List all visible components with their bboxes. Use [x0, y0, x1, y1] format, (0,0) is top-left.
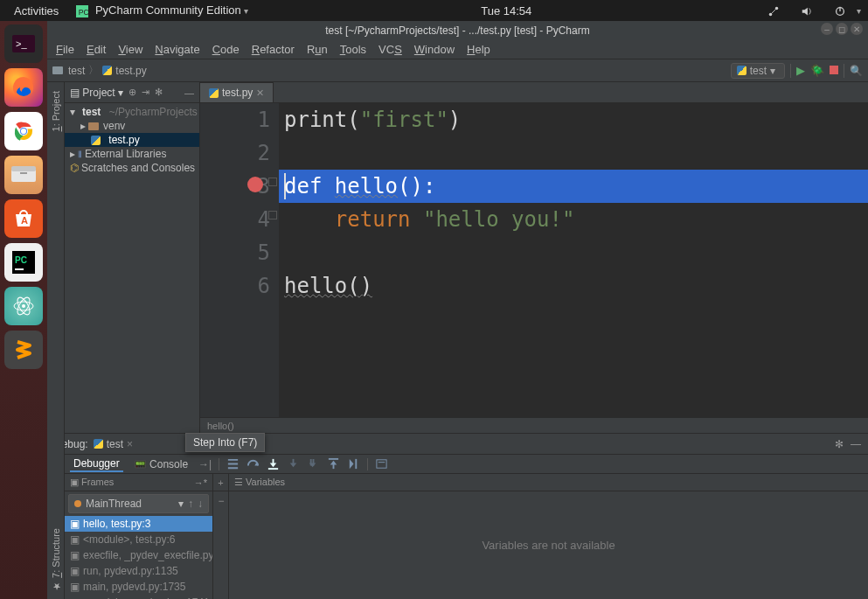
show-execution-point-icon[interactable] [226, 457, 240, 470]
breadcrumb-file[interactable]: test.py [115, 65, 146, 77]
svg-text:A: A [21, 215, 28, 226]
frame-row[interactable]: ▣ hello, test.py:3 [65, 516, 212, 532]
svg-text:PC: PC [15, 255, 27, 265]
tree-venv[interactable]: ▸ venv [65, 119, 199, 133]
breakpoint-icon[interactable] [247, 177, 263, 192]
menu-navigate[interactable]: Navigate [149, 41, 205, 58]
project-tool-window: ▤ Project ▾ ⊕ ⇥ ✻ — ▾ test ~/PycharmProj… [65, 82, 200, 433]
variables-empty-text: Variables are not available [229, 491, 868, 599]
tree-external-libraries[interactable]: ▸ ⫴ External Libraries [65, 147, 199, 161]
launcher-firefox[interactable] [4, 68, 43, 107]
search-everywhere-icon[interactable]: 🔍 [850, 65, 863, 77]
debug-session-name[interactable]: test [107, 438, 123, 450]
folder-icon [52, 66, 63, 74]
close-tab-icon[interactable]: ✕ [256, 87, 264, 99]
project-view-dropdown[interactable]: ▤ Project ▾ [70, 87, 123, 99]
run-config-dropdown[interactable]: test ▾ [731, 63, 785, 79]
hide-icon[interactable]: — [184, 87, 194, 98]
window-minimize-button[interactable]: – [821, 23, 833, 35]
menu-help[interactable]: Help [462, 41, 496, 58]
launcher-chrome[interactable] [4, 112, 43, 150]
menu-run[interactable]: Run [302, 41, 333, 58]
svg-text:>_: >_ [16, 38, 27, 49]
menu-view[interactable]: View [113, 41, 148, 58]
run-to-cursor-icon[interactable] [347, 457, 360, 470]
menu-refactor[interactable]: Refactor [247, 41, 300, 58]
app-menu[interactable]: PC PyCharm Community Edition ▾ [66, 3, 255, 17]
python-file-icon [102, 66, 112, 75]
editor-breadcrumbs[interactable]: hello() [200, 417, 868, 433]
frame-row[interactable]: ▣ execfile, _pydev_execfile.py:18 [65, 547, 212, 563]
frame-row[interactable]: ▣ <module>, test.py:6 [65, 532, 212, 547]
launcher-sublime[interactable] [4, 331, 43, 369]
add-watch-button[interactable]: + [213, 477, 228, 488]
window-title: test [~/PycharmProjects/test] - .../test… [325, 24, 589, 37]
editor-gutter[interactable]: 1 2 3 4 5 6 [200, 103, 279, 417]
launcher-terminal[interactable]: >_ [4, 24, 43, 63]
launcher-atom[interactable] [4, 287, 43, 325]
structure-tool-button[interactable]: ★ 7: Structure [50, 528, 61, 592]
step-into-icon[interactable] [267, 457, 280, 470]
menu-code[interactable]: Code [207, 41, 245, 58]
frames-list[interactable]: ▣ hello, test.py:3 ▣ <module>, test.py:6… [65, 516, 212, 599]
step-out-icon[interactable] [327, 457, 340, 470]
frames-label: Frames [81, 477, 114, 487]
debug-button[interactable]: 🪲 [810, 64, 824, 77]
launcher-software[interactable]: A [4, 199, 43, 238]
scroll-to-source-icon[interactable]: ⊕ [128, 87, 136, 98]
menu-vcs[interactable]: VCS [373, 41, 407, 58]
tray-network-icon[interactable] [757, 3, 790, 17]
hide-tool-window-icon[interactable]: — [851, 438, 861, 450]
close-session-icon[interactable]: × [127, 438, 133, 450]
step-over-icon[interactable] [247, 457, 260, 470]
variables-pane: ☰ Variables Variables are not available [229, 474, 868, 599]
settings-gear-icon[interactable]: ✻ [835, 438, 844, 450]
frame-row[interactable]: ▣ run, pydevd.py:1135 [65, 563, 212, 579]
menu-tools[interactable]: Tools [335, 41, 372, 58]
navigation-bar: test 〉 test.py test ▾ ▶ 🪲 🔍 [47, 59, 868, 82]
editor-tab-label: test.py [222, 87, 253, 99]
tray-volume-icon[interactable] [790, 3, 823, 17]
settings-icon[interactable]: ✻ [155, 87, 163, 98]
window-close-button[interactable]: ✕ [851, 23, 863, 35]
variables-label: Variables [246, 477, 285, 487]
svg-rect-18 [15, 268, 24, 270]
breadcrumb-root[interactable]: test [68, 65, 85, 77]
menu-edit[interactable]: Edit [81, 41, 111, 58]
window-maximize-button[interactable]: ◻ [836, 23, 848, 35]
code-editor[interactable]: 1 2 3 4 5 6 print("first") def hello(): … [200, 103, 868, 417]
frames-options-icon[interactable]: →* [194, 477, 207, 488]
project-tool-button[interactable]: 1: Project [51, 91, 61, 131]
stop-button[interactable] [830, 65, 838, 77]
thread-dropdown[interactable]: MainThread ▾ ↑↓ [68, 494, 209, 513]
svg-rect-13 [11, 166, 36, 171]
thread-status-icon [74, 500, 81, 507]
console-tab[interactable]: 📟 Console [130, 457, 191, 471]
launcher-files[interactable] [4, 156, 43, 194]
remove-watch-button[interactable]: − [213, 495, 229, 507]
tree-file-test-py[interactable]: test.py [65, 133, 199, 147]
ubuntu-launcher: >_ A PC [0, 21, 47, 599]
python-file-icon [94, 439, 103, 449]
clock[interactable]: Tue 14:54 [474, 4, 538, 17]
collapse-all-icon[interactable]: ⇥ [142, 87, 149, 98]
ubuntu-top-bar: Activities PC PyCharm Community Edition … [0, 0, 868, 21]
project-root[interactable]: ▾ test ~/PycharmProjects [65, 105, 199, 119]
menu-file[interactable]: File [51, 41, 80, 58]
frame-row[interactable]: ▣ main, pydevd.py:1735 [65, 579, 212, 595]
run-button[interactable]: ▶ [796, 64, 805, 77]
editor-tab-test-py[interactable]: test.py ✕ [200, 82, 274, 102]
evaluate-expression-icon[interactable] [375, 457, 388, 470]
tray-power-icon[interactable] [823, 3, 857, 17]
launcher-pycharm[interactable]: PC [4, 243, 43, 282]
force-step-into-icon[interactable] [307, 457, 320, 470]
fold-region-icon[interactable] [268, 178, 277, 186]
window-titlebar: test [~/PycharmProjects/test] - .../test… [47, 21, 868, 40]
frame-row[interactable]: ▣ <module>, pydevd.py:1741 [65, 595, 212, 599]
step-into-my-code-icon[interactable] [287, 457, 300, 470]
tree-scratches[interactable]: ⌬ Scratches and Consoles [65, 161, 199, 175]
menu-window[interactable]: Window [409, 41, 460, 58]
activities-button[interactable]: Activities [7, 4, 66, 17]
debugger-tab[interactable]: Debugger [70, 456, 123, 472]
fold-region-icon[interactable] [268, 211, 277, 219]
